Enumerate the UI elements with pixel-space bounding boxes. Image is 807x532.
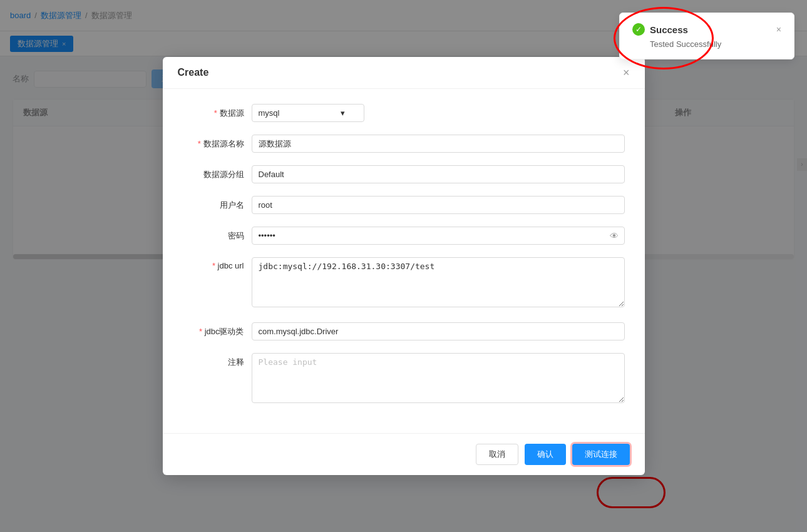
label-username: 用户名 bbox=[183, 196, 252, 211]
datasource-select[interactable]: mysql ▾ bbox=[252, 104, 364, 122]
control-comment bbox=[252, 353, 625, 406]
label-password: 密码 bbox=[183, 227, 252, 242]
control-jdbc-url bbox=[252, 257, 625, 310]
select-chevron-icon: ▾ bbox=[341, 108, 345, 118]
password-wrapper: 👁 bbox=[252, 227, 625, 245]
modal-close-button[interactable]: × bbox=[623, 67, 630, 78]
username-input[interactable] bbox=[252, 196, 625, 214]
background-page: board / 数据源管理 / 数据源管理 数据源管理 × 名称 新增 批量删除… bbox=[0, 0, 807, 532]
datasource-value: mysql bbox=[259, 108, 280, 118]
control-datasource-group bbox=[252, 165, 625, 183]
confirm-button[interactable]: 确认 bbox=[525, 444, 566, 465]
form-row-datasource-group: 数据源分组 bbox=[183, 165, 625, 183]
label-jdbc-url: jdbc url bbox=[183, 257, 252, 270]
control-datasource: mysql ▾ bbox=[252, 104, 625, 122]
jdbc-url-input[interactable] bbox=[252, 257, 625, 307]
datasource-group-input[interactable] bbox=[252, 165, 625, 183]
create-modal: Create × 数据源 mysql ▾ 数据源名称 bbox=[163, 57, 645, 475]
form-row-comment: 注释 bbox=[183, 353, 625, 406]
test-connection-button[interactable]: 测试连接 bbox=[572, 444, 630, 465]
label-datasource: 数据源 bbox=[183, 104, 252, 119]
success-notification: ✓ Success × Tested Successfully bbox=[619, 13, 794, 59]
modal-header: Create × bbox=[163, 57, 645, 89]
notification-header: ✓ Success × bbox=[632, 23, 781, 36]
form-row-password: 密码 👁 bbox=[183, 227, 625, 245]
label-comment: 注释 bbox=[183, 353, 252, 368]
control-password: 👁 bbox=[252, 227, 625, 245]
label-datasource-name: 数据源名称 bbox=[183, 135, 252, 150]
form-row-datasource-name: 数据源名称 bbox=[183, 135, 625, 153]
password-input[interactable] bbox=[252, 227, 625, 245]
comment-input[interactable] bbox=[252, 353, 625, 403]
notification-close-button[interactable]: × bbox=[776, 24, 781, 34]
modal-footer: 取消 确认 测试连接 bbox=[163, 433, 645, 475]
notification-title: Success bbox=[650, 24, 688, 35]
cancel-button[interactable]: 取消 bbox=[476, 444, 518, 465]
notification-title-row: ✓ Success bbox=[632, 23, 688, 36]
modal-title: Create bbox=[178, 67, 209, 78]
form-row-username: 用户名 bbox=[183, 196, 625, 214]
form-row-jdbc-driver: jdbc驱动类 bbox=[183, 322, 625, 340]
control-jdbc-driver bbox=[252, 322, 625, 340]
jdbc-driver-input[interactable] bbox=[252, 322, 625, 340]
label-jdbc-driver: jdbc驱动类 bbox=[183, 322, 252, 337]
datasource-name-input[interactable] bbox=[252, 135, 625, 153]
success-check-icon: ✓ bbox=[632, 23, 645, 36]
control-username bbox=[252, 196, 625, 214]
modal-body: 数据源 mysql ▾ 数据源名称 bbox=[163, 89, 645, 433]
password-eye-icon[interactable]: 👁 bbox=[610, 231, 619, 241]
label-datasource-group: 数据源分组 bbox=[183, 165, 252, 180]
modal-overlay: Create × 数据源 mysql ▾ 数据源名称 bbox=[0, 0, 807, 532]
form-row-datasource: 数据源 mysql ▾ bbox=[183, 104, 625, 122]
form-row-jdbc-url: jdbc url bbox=[183, 257, 625, 310]
notification-message: Tested Successfully bbox=[632, 39, 781, 49]
control-datasource-name bbox=[252, 135, 625, 153]
